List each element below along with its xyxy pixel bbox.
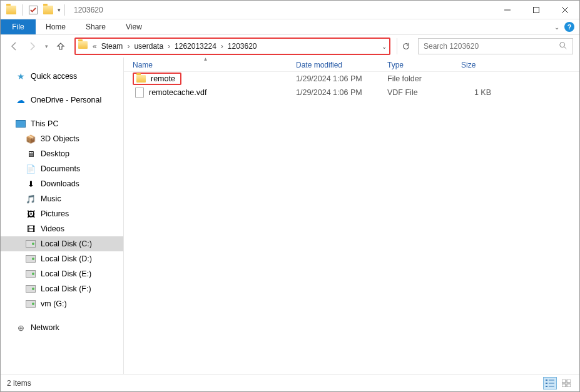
file-name: remote bbox=[151, 74, 175, 83]
status-item-count: 2 items bbox=[7, 379, 31, 388]
svg-rect-1 bbox=[534, 7, 539, 13]
status-bar: 2 items bbox=[1, 374, 579, 391]
navpane-item[interactable]: 🎵Music bbox=[1, 191, 123, 206]
window-title: 1203620 bbox=[74, 6, 103, 14]
svg-rect-10 bbox=[546, 386, 547, 387]
navpane-item[interactable]: 🖼Pictures bbox=[1, 206, 123, 221]
search-input[interactable]: Search 1203620 bbox=[418, 38, 573, 54]
navpane-item[interactable]: 🎞Videos bbox=[1, 221, 123, 236]
file-row[interactable]: remote1/29/2024 1:06 PMFile folder bbox=[124, 72, 579, 86]
folder-icon: 🖼 bbox=[26, 209, 36, 219]
breadcrumb-item[interactable]: Steam bbox=[100, 42, 125, 51]
star-icon: ★ bbox=[16, 71, 26, 81]
recent-dropdown[interactable]: ▾ bbox=[42, 39, 51, 54]
folder-icon: 🖥 bbox=[26, 149, 36, 159]
refresh-button[interactable] bbox=[397, 38, 414, 54]
navpane-item[interactable]: vm (G:) bbox=[1, 296, 123, 311]
svg-rect-15 bbox=[567, 384, 571, 387]
column-name[interactable]: Name bbox=[124, 61, 287, 69]
svg-rect-14 bbox=[562, 384, 566, 387]
navpane-item[interactable]: ⬇Downloads bbox=[1, 176, 123, 191]
breadcrumb-item[interactable]: 1203620 bbox=[226, 42, 258, 51]
navpane-onedrive[interactable]: ☁ OneDrive - Personal bbox=[1, 93, 123, 108]
cloud-icon: ☁ bbox=[16, 95, 26, 105]
help-icon[interactable]: ? bbox=[564, 22, 574, 32]
file-type: VDF File bbox=[379, 88, 452, 97]
address-dropdown-icon[interactable]: ⌄ bbox=[382, 43, 387, 50]
navpane-label: OneDrive - Personal bbox=[31, 96, 101, 104]
svg-line-5 bbox=[564, 46, 567, 49]
navpane-label: Downloads bbox=[41, 179, 79, 188]
breadcrumb-item[interactable]: 1262013224 bbox=[173, 42, 218, 51]
address-bar[interactable]: « Steam › userdata › 1262013224 › 120362… bbox=[74, 38, 390, 55]
navpane-label: This PC bbox=[31, 119, 58, 128]
tab-view[interactable]: View bbox=[116, 19, 152, 34]
navigation-pane[interactable]: ★ Quick access ☁ OneDrive - Personal Thi… bbox=[1, 58, 124, 374]
column-type[interactable]: Type bbox=[379, 61, 452, 69]
minimize-button[interactable] bbox=[493, 1, 522, 19]
folder-icon bbox=[26, 269, 36, 279]
file-tab[interactable]: File bbox=[1, 19, 36, 34]
navpane-label: Desktop bbox=[41, 149, 69, 158]
search-placeholder: Search 1203620 bbox=[424, 42, 479, 51]
up-button[interactable] bbox=[53, 39, 68, 54]
ribbon-tabs: File Home Share View ⌄ ? bbox=[1, 19, 579, 35]
folder-icon bbox=[26, 254, 36, 264]
navpane-item[interactable]: Local Disk (D:) bbox=[1, 251, 123, 266]
navpane-label: 3D Objects bbox=[41, 134, 79, 143]
navpane-item[interactable]: Local Disk (E:) bbox=[1, 266, 123, 281]
quick-access-toolbar: ▾ bbox=[1, 3, 68, 17]
file-date: 1/29/2024 1:06 PM bbox=[287, 74, 379, 83]
navpane-label: Quick access bbox=[31, 72, 77, 81]
forward-button[interactable] bbox=[24, 39, 39, 54]
navpane-item[interactable]: 📦3D Objects bbox=[1, 131, 123, 146]
maximize-button[interactable] bbox=[522, 1, 551, 19]
file-row[interactable]: remotecache.vdf1/29/2024 1:06 PMVDF File… bbox=[124, 86, 579, 99]
chevron-right-icon[interactable]: › bbox=[218, 42, 226, 51]
ribbon-expand-icon[interactable]: ⌄ bbox=[554, 24, 559, 31]
folder-icon: 📦 bbox=[26, 134, 36, 144]
file-date: 1/29/2024 1:06 PM bbox=[287, 88, 379, 97]
file-type: File folder bbox=[379, 74, 452, 83]
column-headers: Name Date modified Type Size bbox=[124, 56, 579, 72]
file-name: remotecache.vdf bbox=[149, 88, 206, 97]
navpane-item[interactable]: Local Disk (F:) bbox=[1, 281, 123, 296]
titlebar: ▾ 1203620 bbox=[1, 1, 579, 19]
breadcrumb-overflow[interactable]: « bbox=[89, 42, 100, 51]
svg-rect-8 bbox=[546, 383, 547, 384]
column-date[interactable]: Date modified bbox=[287, 61, 379, 69]
address-folder-icon bbox=[78, 41, 89, 51]
navpane-label: Documents bbox=[41, 164, 80, 173]
navpane-item[interactable]: 📄Documents bbox=[1, 161, 123, 176]
chevron-right-icon[interactable]: › bbox=[124, 42, 133, 51]
qat-customize-dropdown[interactable]: ▾ bbox=[58, 7, 61, 13]
navpane-item[interactable]: 🖥Desktop bbox=[1, 146, 123, 161]
chevron-right-icon[interactable]: › bbox=[165, 42, 173, 51]
svg-rect-11 bbox=[549, 386, 554, 386]
tab-home[interactable]: Home bbox=[36, 19, 76, 34]
svg-rect-7 bbox=[549, 379, 554, 380]
qat-new-folder[interactable] bbox=[41, 3, 55, 17]
app-icon bbox=[4, 3, 18, 17]
window-controls bbox=[493, 1, 579, 19]
navpane-quick-access[interactable]: ★ Quick access bbox=[1, 69, 123, 84]
navpane-network[interactable]: ⊕ Network bbox=[1, 320, 123, 335]
column-size[interactable]: Size bbox=[452, 61, 502, 69]
navpane-label: vm (G:) bbox=[41, 299, 67, 308]
navpane-this-pc[interactable]: This PC bbox=[1, 116, 123, 131]
folder-icon: ⬇ bbox=[26, 179, 36, 189]
breadcrumb-item[interactable]: userdata bbox=[133, 42, 165, 51]
back-button[interactable] bbox=[7, 39, 22, 54]
close-button[interactable] bbox=[551, 1, 579, 19]
folder-icon bbox=[26, 284, 36, 294]
details-view-button[interactable] bbox=[543, 377, 557, 389]
qat-properties-checkbox[interactable] bbox=[26, 3, 40, 17]
qat-separator-2 bbox=[64, 4, 65, 16]
thumbnails-view-button[interactable] bbox=[559, 377, 573, 389]
svg-rect-6 bbox=[546, 379, 547, 381]
tab-share[interactable]: Share bbox=[76, 19, 116, 34]
navpane-label: Local Disk (E:) bbox=[41, 269, 91, 278]
folder-icon: 🎞 bbox=[26, 224, 36, 234]
pc-icon bbox=[16, 119, 26, 129]
navpane-item[interactable]: Local Disk (C:) bbox=[1, 236, 123, 251]
